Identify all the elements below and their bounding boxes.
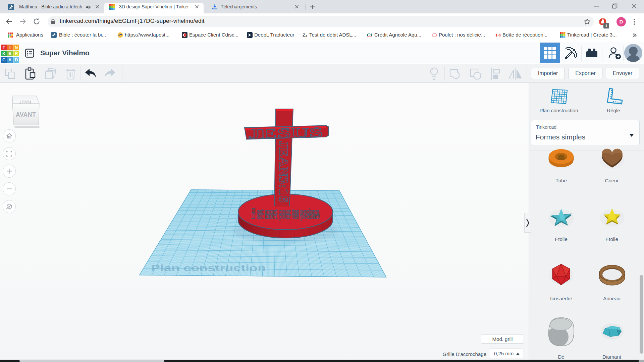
svg-text:JESUS: JESUS xyxy=(248,124,323,141)
svg-text:Il est mort pour tes pechers: Il est mort pour tes pechers xyxy=(251,211,320,220)
svg-text:Z: Z xyxy=(303,33,305,38)
svg-text:JEAN3:16: JEAN3:16 xyxy=(277,140,291,202)
svg-text:CA: CA xyxy=(367,33,372,37)
svg-text:Plan construction: Plan construction xyxy=(151,262,266,273)
svg-text:AVANT: AVANT xyxy=(16,111,36,118)
svg-text:HAUT: HAUT xyxy=(18,100,31,104)
svg-text:A: A xyxy=(305,35,308,38)
